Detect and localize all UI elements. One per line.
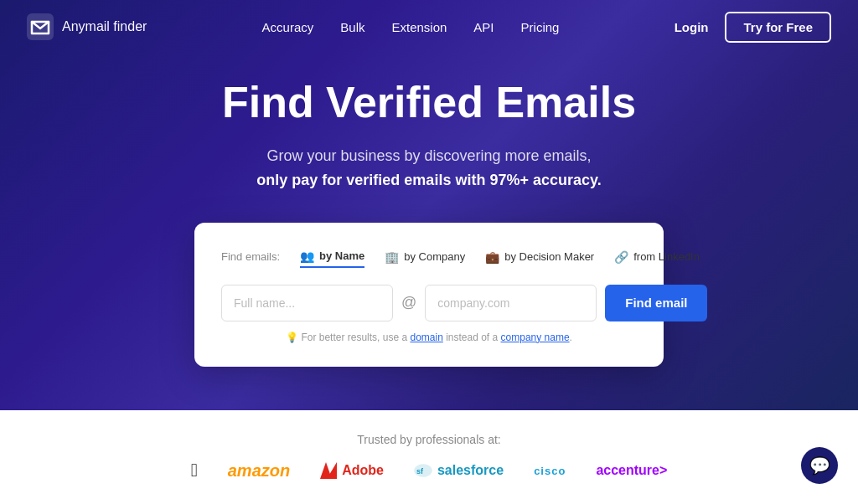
subtitle-line1: Grow your business by discovering more e… [266, 147, 591, 164]
subtitle-line2: only pay for verified emails with 97%+ a… [256, 172, 601, 188]
login-button[interactable]: Login [675, 20, 709, 34]
nav-bulk[interactable]: Bulk [340, 20, 364, 34]
by-company-icon: 🏢 [385, 250, 399, 264]
logo-icon [27, 13, 54, 40]
find-label: Find emails: [221, 250, 280, 263]
hint-icon: 💡 [286, 332, 298, 343]
trusted-label: Trusted by professionals at: [357, 433, 500, 446]
salesforce-logo: sf salesforce [414, 463, 504, 478]
svg-text:sf: sf [416, 467, 424, 476]
hint-text: For better results, use a [301, 332, 410, 343]
by-name-icon: 👥 [300, 249, 314, 263]
search-tabs: Find emails: 👥 by Name 🏢 by Company 💼 by… [221, 246, 637, 268]
hero-title: Find Verified Emails [222, 77, 636, 127]
name-input[interactable] [221, 285, 393, 321]
cisco-logo: cisco [534, 465, 566, 477]
accenture-logo: accenture> [596, 463, 667, 478]
linkedin-icon: 🔗 [614, 250, 628, 264]
tab-from-linkedin[interactable]: 🔗 from LinkedIn [614, 247, 700, 267]
nav-api[interactable]: API [473, 20, 494, 34]
tab-by-company[interactable]: 🏢 by Company [385, 247, 465, 267]
salesforce-icon: sf [414, 464, 432, 477]
trusted-logos:  amazon Adobe sf salesforce cisco accen… [191, 460, 668, 481]
chat-icon: 💬 [809, 455, 830, 476]
adobe-icon [320, 462, 337, 479]
adobe-logo: Adobe [320, 462, 384, 479]
tab-by-decision-maker[interactable]: 💼 by Decision Maker [485, 247, 594, 267]
trusted-section: Trusted by professionals at:  amazon Ad… [0, 410, 858, 504]
company-input[interactable] [425, 285, 597, 321]
tab-by-name-label: by Name [319, 249, 364, 262]
hint-company-link[interactable]: company name [501, 332, 570, 343]
hero-section: Find Verified Emails Grow your business … [0, 0, 858, 410]
search-row: @ Find email [221, 285, 637, 321]
nav-accuracy[interactable]: Accuracy [262, 20, 314, 34]
search-hint: 💡 For better results, use a domain inste… [221, 332, 637, 343]
nav-actions: Login Try for Free [675, 12, 831, 43]
apple-logo:  [191, 460, 198, 481]
tab-by-decision-maker-label: by Decision Maker [504, 250, 594, 263]
hero-subtitle: Grow your business by discovering more e… [256, 144, 601, 193]
chat-button[interactable]: 💬 [801, 447, 838, 484]
amazon-logo: amazon [228, 461, 290, 481]
at-symbol: @ [401, 294, 416, 311]
logo-text: Anymail finder [62, 19, 147, 34]
tab-by-name[interactable]: 👥 by Name [300, 246, 364, 268]
nav-pricing[interactable]: Pricing [521, 20, 560, 34]
tab-by-company-label: by Company [404, 250, 465, 263]
navbar: Anymail finder Accuracy Bulk Extension A… [0, 0, 858, 54]
by-decision-maker-icon: 💼 [485, 250, 499, 264]
search-card: Find emails: 👥 by Name 🏢 by Company 💼 by… [194, 223, 664, 367]
hint-end: . [570, 332, 572, 343]
try-free-button[interactable]: Try for Free [725, 12, 831, 43]
hint-domain-link[interactable]: domain [410, 332, 442, 343]
find-email-button[interactable]: Find email [605, 285, 707, 321]
logo[interactable]: Anymail finder [27, 13, 147, 40]
nav-extension[interactable]: Extension [391, 20, 447, 34]
nav-links: Accuracy Bulk Extension API Pricing [262, 20, 560, 34]
tab-from-linkedin-label: from LinkedIn [633, 250, 700, 263]
hint-middle: instead of a [443, 332, 501, 343]
